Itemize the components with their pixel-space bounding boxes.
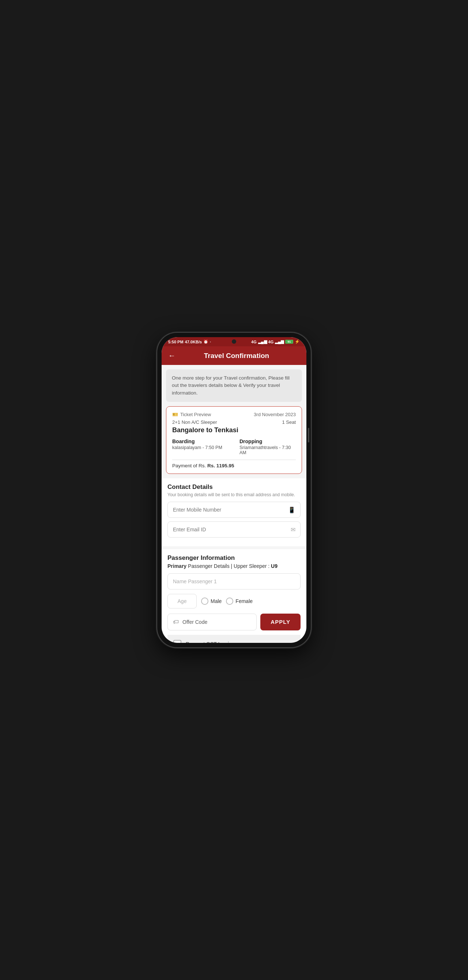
apply-button[interactable]: APPLY	[260, 614, 301, 630]
passenger-label-row: Primary Passenger Details | Upper Sleepe…	[167, 563, 301, 569]
contact-title: Contact Details	[167, 484, 301, 491]
primary-label: Primary	[167, 563, 186, 569]
ticket-preview-label: 🎫 Ticket Preview	[172, 412, 211, 417]
battery-icon: 91	[285, 340, 293, 344]
offer-apply-row: 🏷 Offer Code APPLY	[167, 614, 301, 630]
male-radio-group[interactable]: Male	[201, 598, 221, 605]
ticket-date: 3rd November 2023	[254, 412, 296, 417]
gst-checkbox[interactable]	[173, 640, 181, 643]
charging-icon: ⚡	[295, 339, 300, 344]
passenger-section: Passenger Information Primary Passenger …	[162, 549, 306, 643]
status-time: 5:50 PM	[168, 340, 183, 344]
ticket-label-text: Ticket Preview	[180, 412, 211, 417]
status-4g: 4G	[251, 340, 257, 344]
route-title: Bangalore to Tenkasi	[172, 426, 296, 434]
email-input-wrapper: ✉	[167, 522, 301, 538]
female-label: Female	[236, 598, 253, 604]
status-network: 47.0KB/s	[185, 340, 202, 344]
mobile-input-wrapper: 📱	[167, 502, 301, 518]
name-placeholder: Name Passenger 1	[173, 579, 217, 584]
age-gender-row: Age Male Female	[167, 594, 301, 608]
status-right: 4G ▂▄▆ 4G ▂▄▆ 91 ⚡	[251, 339, 300, 344]
dropping-label: Dropping	[239, 438, 296, 444]
phone-frame: 5:50 PM 47.0KB/s ⏰ · 4G ▂▄▆ 4G ▂▄▆ 91 ⚡ …	[157, 333, 311, 647]
ticket-header-row: 🎫 Ticket Preview 3rd November 2023	[172, 412, 296, 417]
ticket-type-row: 2+1 Non A/C Sleeper 1 Seat	[172, 419, 296, 425]
name-input[interactable]: Name Passenger 1	[167, 573, 301, 589]
age-placeholder: Age	[178, 598, 187, 604]
ticket-class: 2+1 Non A/C Sleeper	[172, 419, 217, 425]
seat-number: U9	[271, 563, 277, 569]
info-banner: One more step for your Travel confirmati…	[166, 369, 302, 402]
passenger-details-label: Passenger Details | Upper Sleeper :	[188, 563, 269, 569]
status-signal2: ▂▄▆	[275, 339, 284, 344]
divider	[172, 460, 296, 460]
boarding-col: Boarding kalasipalayam - 7:50 PM	[172, 438, 229, 455]
boarding-detail: kalasipalayam - 7:50 PM	[172, 445, 229, 450]
passenger-title: Passenger Information	[167, 554, 301, 562]
male-label: Male	[211, 598, 221, 604]
offer-code-input[interactable]: 🏷 Offer Code	[167, 614, 257, 630]
email-input[interactable]	[167, 522, 301, 538]
female-radio[interactable]	[226, 598, 233, 605]
gst-row: Request GST Invoice	[167, 635, 301, 643]
app-header: ← Travel Confirmation	[162, 346, 306, 365]
page-title: Travel Confirmation	[181, 352, 293, 360]
offer-placeholder: Offer Code	[183, 619, 207, 625]
status-signal1: ▂▄▆	[258, 339, 267, 344]
contact-section: Contact Details Your booking details wil…	[162, 478, 306, 546]
mobile-icon: 📱	[288, 506, 295, 513]
back-button[interactable]: ←	[168, 352, 175, 360]
status-dot: ·	[210, 340, 211, 344]
age-input[interactable]: Age	[167, 594, 197, 608]
payment-text: Payment of Rs.	[172, 463, 206, 468]
email-icon: ✉	[291, 526, 295, 533]
boarding-label: Boarding	[172, 438, 229, 444]
payment-amount: Rs. 1195.95	[207, 463, 234, 468]
info-text: One more step for your Travel confirmati…	[172, 375, 290, 396]
gst-label: Request GST Invoice	[186, 641, 234, 643]
offer-icon: 🏷	[173, 619, 179, 625]
ticket-card: 🎫 Ticket Preview 3rd November 2023 2+1 N…	[166, 406, 302, 474]
male-radio[interactable]	[201, 598, 209, 605]
camera-notch	[232, 339, 236, 344]
status-alarm: ⏰	[203, 339, 209, 344]
mobile-input[interactable]	[167, 502, 301, 518]
ticket-icon: 🎫	[172, 412, 178, 417]
status-left: 5:50 PM 47.0KB/s ⏰ ·	[168, 339, 211, 344]
boarding-dropping-row: Boarding kalasipalayam - 7:50 PM Droppin…	[172, 438, 296, 455]
ticket-seats: 1 Seat	[282, 419, 296, 425]
side-volume-button	[308, 428, 309, 442]
status-4g2: 4G	[268, 340, 274, 344]
female-radio-group[interactable]: Female	[226, 598, 253, 605]
contact-subtitle: Your booking details will be sent to thi…	[167, 492, 301, 497]
dropping-col: Dropping Sriamarnathtravels - 7:30 AM	[239, 438, 296, 455]
dropping-detail: Sriamarnathtravels - 7:30 AM	[239, 445, 296, 455]
payment-row: Payment of Rs. Rs. 1195.95	[172, 463, 296, 468]
phone-screen: 5:50 PM 47.0KB/s ⏰ · 4G ▂▄▆ 4G ▂▄▆ 91 ⚡ …	[162, 337, 306, 643]
scroll-content: One more step for your Travel confirmati…	[162, 365, 306, 643]
